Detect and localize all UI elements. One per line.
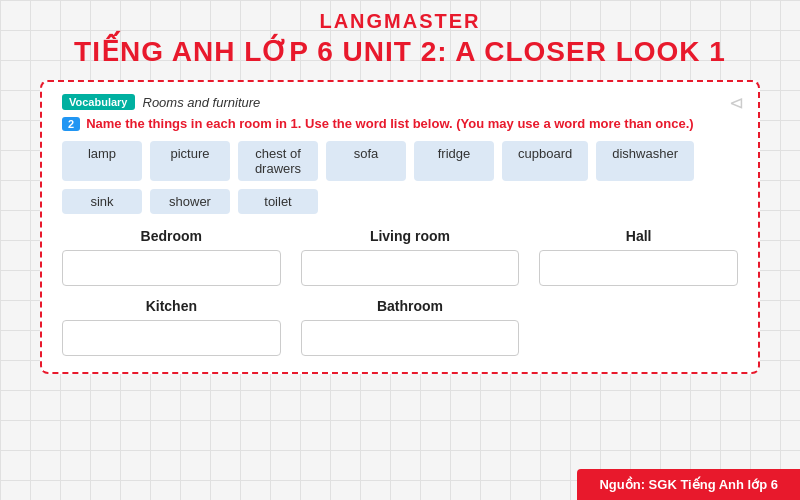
word-chip-shower: shower xyxy=(150,189,230,214)
rooms-section: Bedroom Living room Hall Kitchen xyxy=(62,228,738,356)
word-chip-cupboard: cupboard xyxy=(502,141,588,181)
room-label-kitchen: Kitchen xyxy=(146,298,197,314)
instruction-ref: 1 xyxy=(291,116,298,131)
instruction-part1: Name the things in each room in xyxy=(86,116,287,131)
header: LANGMASTER TIẾNG ANH LỚP 6 UNIT 2: A CLO… xyxy=(0,0,800,72)
vocab-row: Vocabulary Rooms and furniture xyxy=(62,94,738,110)
word-chip-lamp: lamp xyxy=(62,141,142,181)
room-block-kitchen: Kitchen xyxy=(62,298,281,356)
rooms-row-2: Kitchen Bathroom xyxy=(62,298,738,356)
room-input-bathroom[interactable] xyxy=(301,320,520,356)
room-block-bedroom: Bedroom xyxy=(62,228,281,286)
instruction-row: 2 Name the things in each room in 1. Use… xyxy=(62,116,738,131)
vocab-badge: Vocabulary xyxy=(62,94,135,110)
step-badge: 2 xyxy=(62,117,80,131)
word-chip-chest-of-drawers: chest ofdrawers xyxy=(238,141,318,181)
room-label-bathroom: Bathroom xyxy=(377,298,443,314)
vocab-subtitle: Rooms and furniture xyxy=(143,95,261,110)
footer-text: Nguồn: SGK Tiếng Anh lớp 6 xyxy=(599,477,778,492)
room-label-livingroom: Living room xyxy=(370,228,450,244)
room-label-bedroom: Bedroom xyxy=(141,228,202,244)
room-block-bathroom: Bathroom xyxy=(301,298,520,356)
room-input-bedroom[interactable] xyxy=(62,250,281,286)
room-label-hall: Hall xyxy=(626,228,652,244)
room-block-livingroom: Living room xyxy=(301,228,520,286)
room-input-hall[interactable] xyxy=(539,250,738,286)
room-input-livingroom[interactable] xyxy=(301,250,520,286)
card-watermark-icon: ⊲ xyxy=(729,92,744,114)
word-chip-sink: sink xyxy=(62,189,142,214)
word-chip-picture: picture xyxy=(150,141,230,181)
rooms-row-1: Bedroom Living room Hall xyxy=(62,228,738,286)
word-chip-dishwasher: dishwasher xyxy=(596,141,694,181)
page-wrapper: LANGMASTER TIẾNG ANH LỚP 6 UNIT 2: A CLO… xyxy=(0,0,800,500)
instruction-part2: . Use the word list below. (You may use … xyxy=(298,116,694,131)
content-card: ⊲ Vocabulary Rooms and furniture 2 Name … xyxy=(40,80,760,374)
room-block-hall: Hall xyxy=(539,228,738,286)
word-chip-sofa: sofa xyxy=(326,141,406,181)
brand-title: LANGMASTER xyxy=(0,10,800,33)
word-chip-fridge: fridge xyxy=(414,141,494,181)
instruction-text: Name the things in each room in 1. Use t… xyxy=(86,116,694,131)
word-list: lamp picture chest ofdrawers sofa fridge… xyxy=(62,141,738,214)
footer-bar: Nguồn: SGK Tiếng Anh lớp 6 xyxy=(577,469,800,500)
main-title: TIẾNG ANH LỚP 6 UNIT 2: A CLOSER LOOK 1 xyxy=(0,35,800,68)
word-chip-toilet: toilet xyxy=(238,189,318,214)
room-input-kitchen[interactable] xyxy=(62,320,281,356)
